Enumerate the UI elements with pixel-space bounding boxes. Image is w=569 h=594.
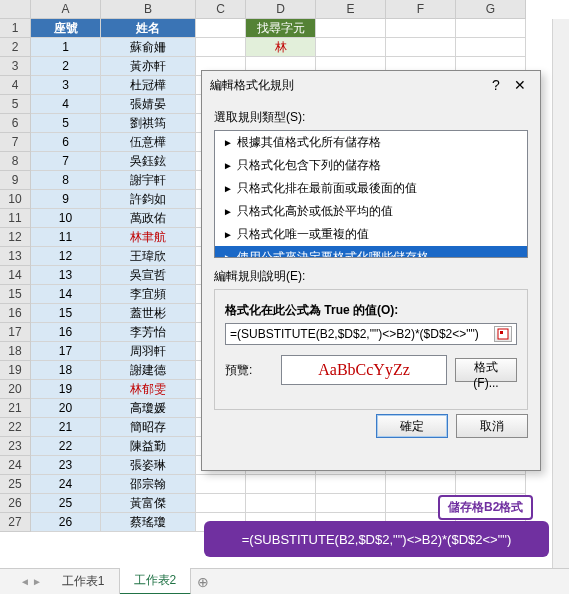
cell-name[interactable]: 蘇俞姍 [101,38,196,57]
select-all-corner[interactable] [0,0,31,19]
format-button[interactable]: 格式(F)... [455,358,517,382]
cell-seat[interactable]: 4 [31,95,101,114]
find-char-value[interactable]: 林 [246,38,316,57]
row-header[interactable]: 26 [0,494,31,513]
row-header[interactable]: 10 [0,190,31,209]
row-header[interactable]: 16 [0,304,31,323]
row-header[interactable]: 7 [0,133,31,152]
cancel-button[interactable]: 取消 [456,414,528,438]
cell-name[interactable]: 蓋世彬 [101,304,196,323]
row-header[interactable]: 2 [0,38,31,57]
tab-sheet2[interactable]: 工作表2 [120,568,192,594]
cell-name[interactable]: 吳宣哲 [101,266,196,285]
cell-name[interactable]: 萬政佑 [101,209,196,228]
col-header-d[interactable]: D [246,0,316,19]
cell-seat[interactable]: 24 [31,475,101,494]
cell-seat[interactable]: 25 [31,494,101,513]
col-header-e[interactable]: E [316,0,386,19]
row-header[interactable]: 13 [0,247,31,266]
ok-button[interactable]: 確定 [376,414,448,438]
cell-name[interactable]: 簡昭存 [101,418,196,437]
cell-name[interactable]: 張婧晏 [101,95,196,114]
cell-seat[interactable]: 23 [31,456,101,475]
cell-seat[interactable]: 7 [31,152,101,171]
cell-seat[interactable]: 20 [31,399,101,418]
help-button[interactable]: ? [484,77,508,93]
rule-type-item[interactable]: ►只格式化包含下列的儲存格 [215,154,527,177]
header-seat[interactable]: 座號 [31,19,101,38]
row-header[interactable]: 3 [0,57,31,76]
cell-seat[interactable]: 5 [31,114,101,133]
cell-name[interactable]: 李宜頻 [101,285,196,304]
row-header[interactable]: 4 [0,76,31,95]
range-picker-button[interactable] [494,326,512,342]
cell-seat[interactable]: 13 [31,266,101,285]
cell-seat[interactable]: 18 [31,361,101,380]
cell-name[interactable]: 杜冠樺 [101,76,196,95]
cell-seat[interactable]: 19 [31,380,101,399]
cell-name[interactable]: 周羽軒 [101,342,196,361]
rule-type-item[interactable]: ►根據其值格式化所有儲存格 [215,131,527,154]
col-header-a[interactable]: A [31,0,101,19]
row-header[interactable]: 14 [0,266,31,285]
row-header[interactable]: 6 [0,114,31,133]
rule-type-item[interactable]: ►只格式化排在最前面或最後面的值 [215,177,527,200]
col-header-c[interactable]: C [196,0,246,19]
cell-name[interactable]: 黃富傑 [101,494,196,513]
cell-name[interactable]: 謝建德 [101,361,196,380]
rule-type-item[interactable]: ►使用公式來決定要格式化哪些儲存格 [215,246,527,258]
cell-name[interactable]: 陳益勤 [101,437,196,456]
row-header[interactable]: 25 [0,475,31,494]
cell-name[interactable]: 林聿航 [101,228,196,247]
header-name[interactable]: 姓名 [101,19,196,38]
col-header-b[interactable]: B [101,0,196,19]
row-header[interactable]: 12 [0,228,31,247]
cell-seat[interactable]: 22 [31,437,101,456]
cell-seat[interactable]: 10 [31,209,101,228]
row-header[interactable]: 24 [0,456,31,475]
row-header[interactable]: 27 [0,513,31,532]
cell-seat[interactable]: 2 [31,57,101,76]
row-header[interactable]: 9 [0,171,31,190]
cell-name[interactable]: 張姿琳 [101,456,196,475]
cell-name[interactable]: 邵宗翰 [101,475,196,494]
cell-seat[interactable]: 1 [31,38,101,57]
dialog-titlebar[interactable]: 編輯格式化規則 ? ✕ [202,71,540,99]
cell-name[interactable]: 伍意樺 [101,133,196,152]
row-header[interactable]: 20 [0,380,31,399]
cell-seat[interactable]: 9 [31,190,101,209]
formula-input[interactable]: =(SUBSTITUTE(B2,$D$2,"")<>B2)*($D$2<>"") [225,323,517,345]
cell-seat[interactable]: 12 [31,247,101,266]
row-header[interactable]: 15 [0,285,31,304]
cell-seat[interactable]: 17 [31,342,101,361]
row-header[interactable]: 21 [0,399,31,418]
cell-name[interactable]: 王瑋欣 [101,247,196,266]
find-char-label[interactable]: 找尋字元 [246,19,316,38]
cell-name[interactable]: 李芳怡 [101,323,196,342]
cell-name[interactable]: 謝宇軒 [101,171,196,190]
row-header[interactable]: 5 [0,95,31,114]
cell-name[interactable]: 劉祺筠 [101,114,196,133]
cell-name[interactable]: 林郁雯 [101,380,196,399]
cell-name[interactable]: 高瓊媛 [101,399,196,418]
row-header[interactable]: 18 [0,342,31,361]
tab-sheet1[interactable]: 工作表1 [48,569,120,594]
row-header[interactable]: 11 [0,209,31,228]
cell-seat[interactable]: 3 [31,76,101,95]
cell-seat[interactable]: 8 [31,171,101,190]
col-header-g[interactable]: G [456,0,526,19]
tab-nav[interactable]: ◄► [20,576,42,587]
cell-seat[interactable]: 14 [31,285,101,304]
close-button[interactable]: ✕ [508,77,532,93]
row-header[interactable]: 19 [0,361,31,380]
cell-seat[interactable]: 6 [31,133,101,152]
rule-type-item[interactable]: ►只格式化高於或低於平均的值 [215,200,527,223]
cell-name[interactable]: 吳鈺鉉 [101,152,196,171]
row-header[interactable]: 1 [0,19,31,38]
row-header[interactable]: 23 [0,437,31,456]
col-header-f[interactable]: F [386,0,456,19]
cell-seat[interactable]: 15 [31,304,101,323]
row-header[interactable]: 17 [0,323,31,342]
rule-type-list[interactable]: ►根據其值格式化所有儲存格►只格式化包含下列的儲存格►只格式化排在最前面或最後面… [214,130,528,258]
rule-type-item[interactable]: ►只格式化唯一或重複的值 [215,223,527,246]
